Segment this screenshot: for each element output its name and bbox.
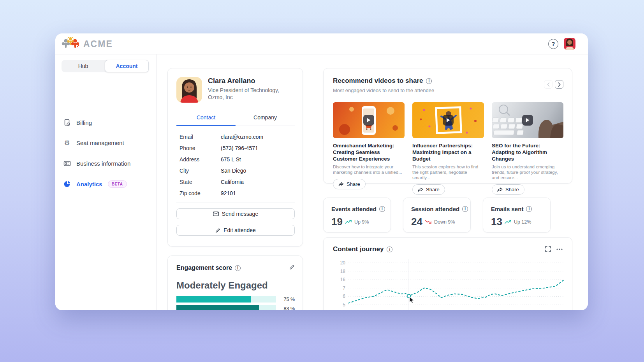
info-icon[interactable]: i (235, 265, 241, 271)
trend-label: Down 9% (434, 219, 455, 225)
user-avatar[interactable] (564, 38, 575, 50)
progress-fill (176, 305, 259, 310)
journey-title: Content journey (333, 245, 384, 253)
field-phone: Phone (573) 796-4571 (179, 145, 292, 153)
envelope-icon (213, 212, 219, 216)
stat-title: Session attended (411, 206, 459, 212)
hub-account-toggle: Hub Account (62, 60, 149, 72)
sidebar-item-billing[interactable]: $ Billing (63, 117, 149, 128)
attendee-avatar (176, 77, 202, 103)
recommend-videos-card: Recommend videos to share i Most engaged… (323, 68, 572, 184)
edit-score-pencil-icon[interactable] (289, 264, 295, 270)
trend-up-icon (345, 220, 352, 224)
y-axis-tick: 20 (332, 260, 345, 266)
video-thumbnail[interactable] (412, 102, 484, 138)
share-button[interactable]: Share (412, 184, 445, 195)
field-value: (573) 796-4571 (221, 145, 258, 151)
videos-title: Recommend videos to share (333, 77, 423, 85)
more-options-icon[interactable] (556, 248, 563, 250)
help-icon[interactable]: ? (548, 39, 558, 49)
fullscreen-icon[interactable] (545, 246, 551, 252)
tab-contact[interactable]: Contact (176, 114, 236, 126)
sidebar-item-seat-management[interactable]: ⚙ Seat management (63, 137, 149, 149)
share-button[interactable]: Share (492, 184, 524, 195)
field-state: State California (179, 179, 292, 187)
play-icon (363, 115, 374, 126)
sidebar-item-label: Billing (76, 119, 92, 126)
field-label: State (179, 179, 192, 185)
content-journey-card: Content journey i (323, 237, 572, 310)
y-axis-tick: 7 (332, 285, 345, 291)
info-icon[interactable]: i (387, 247, 392, 252)
attendee-name: Clara Arellano (208, 77, 255, 85)
send-message-button[interactable]: Send message (176, 208, 295, 219)
stat-card-events-attended: Events attended i 19 Up 9% (323, 198, 391, 233)
y-axis-tick: 6 (332, 294, 345, 299)
play-icon (443, 115, 454, 126)
profile-tabs: Contact Company (176, 114, 295, 126)
video-card: Omnichannel Marketing: Creating Seamless… (333, 102, 405, 195)
edit-attendee-label: Edit attendee (223, 227, 256, 233)
content-journey-chart[interactable] (348, 259, 564, 310)
pie-chart-icon (63, 180, 71, 188)
field-label: Phone (179, 145, 195, 151)
tab-company[interactable]: Company (236, 114, 295, 126)
carousel-controls (544, 80, 563, 89)
progress-bar (176, 296, 276, 303)
share-label: Share (505, 187, 519, 192)
video-thumbnail[interactable] (333, 102, 405, 138)
video-card: SEO for the Future: Adapting to Algorith… (492, 102, 563, 195)
video-description: Discover how to integrate your marketing… (333, 164, 405, 175)
trend-label: Up 12% (514, 219, 531, 225)
share-label: Share (426, 187, 440, 192)
tab-account[interactable]: Account (105, 60, 149, 72)
main-content: Clara Arellano Vice President of Technol… (157, 54, 588, 310)
share-button[interactable]: Share (333, 179, 366, 189)
beta-badge: BETA (108, 180, 127, 188)
stat-value: 19 (331, 216, 343, 228)
chevron-left-icon[interactable] (544, 80, 553, 89)
trend-up-icon (505, 220, 512, 224)
edit-attendee-button[interactable]: Edit attendee (176, 225, 295, 236)
gear-icon: ⚙ (63, 139, 71, 147)
video-thumbnail[interactable] (492, 102, 563, 138)
engagement-level: Moderately Engaged (176, 280, 268, 291)
info-icon[interactable]: i (462, 206, 468, 212)
send-message-label: Send message (222, 211, 258, 217)
app-header: ACME ? (55, 33, 588, 54)
app-window: ACME ? Hub Account (55, 33, 588, 310)
attendee-profile-card: Clara Arellano Vice President of Technol… (167, 68, 303, 247)
stat-value: 13 (491, 216, 502, 228)
info-icon[interactable]: i (426, 78, 432, 84)
stat-title: Emails sent (491, 206, 523, 212)
stat-card-emails-sent: Emails sent i 13 Up 12% (483, 198, 551, 233)
info-icon[interactable]: i (379, 206, 385, 212)
field-label: City (179, 168, 189, 174)
sidebar: Hub Account $ Billing ⚙ Seat management (55, 54, 157, 310)
field-address: Address 675 L St (179, 156, 292, 164)
field-label: Email (179, 134, 193, 140)
field-email: Email clara@ozmo.com (179, 134, 292, 142)
sidebar-item-label: Analytics (76, 181, 102, 187)
sidebar-item-business-information[interactable]: Business information (63, 157, 149, 169)
video-description: Join us to understand emerging trends, f… (492, 164, 563, 180)
stat-card-session-attended: Session attended i 24 Down 9% (403, 198, 471, 233)
engagement-bar-row: 83 % (176, 305, 295, 310)
tab-hub[interactable]: Hub (62, 60, 105, 72)
trend-down-icon (425, 220, 432, 224)
engagement-score-title: Engagement score (176, 264, 232, 271)
field-zip: Zip code 92101 (179, 190, 292, 198)
progress-bar (176, 305, 276, 310)
chevron-right-icon[interactable] (555, 80, 563, 89)
video-card: Influencer Partnerships: Maximizing Impa… (412, 102, 484, 195)
video-title: SEO for the Future: Adapting to Algorith… (492, 142, 563, 162)
progress-percent: 75 % (284, 297, 295, 302)
sidebar-item-analytics[interactable]: Analytics BETA (63, 178, 149, 190)
share-icon (497, 187, 503, 192)
y-axis-tick: 18 (332, 269, 345, 274)
brand: ACME (62, 37, 113, 51)
y-axis-tick: 5 (332, 302, 345, 308)
play-icon (522, 115, 533, 126)
invoice-icon: $ (63, 119, 71, 126)
info-icon[interactable]: i (526, 206, 532, 212)
